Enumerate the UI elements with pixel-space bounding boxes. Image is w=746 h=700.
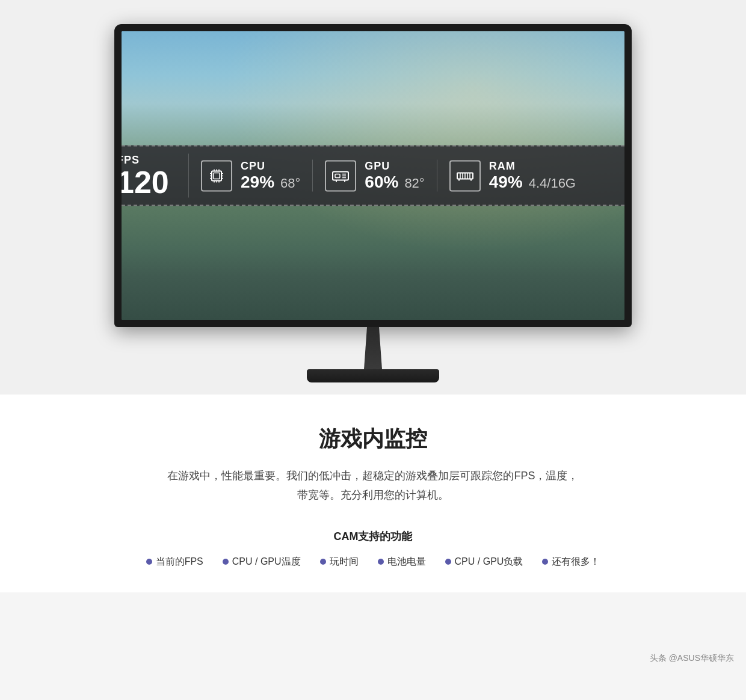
cpu-stat-info: CPU 29% 68° [241,160,300,192]
ram-stat-info: RAM 49% 4.4/16G [489,160,576,192]
feature-label-playtime: 玩时间 [330,556,359,568]
feature-dot [378,559,384,565]
feature-label-battery: 电池电量 [387,556,426,568]
ram-name: RAM [489,160,576,173]
monitor-section: FPS 120 [0,0,746,395]
feature-dot [542,559,548,565]
gpu-stat-info: GPU 60% 82° [365,160,424,192]
cpu-name: CPU [241,160,300,173]
feature-item-playtime: 玩时间 [310,556,368,568]
gpu-values: 60% 82° [365,173,424,192]
feature-item-more: 还有很多！ [532,556,609,568]
text-section: 游戏内监控 在游戏中，性能最重要。我们的低冲击，超稳定的游戏叠加层可跟踪您的FP… [0,395,746,592]
feature-label-cpu-gpu-load: CPU / GPU负载 [455,556,523,568]
ram-percent: 49% [489,173,523,192]
monitor-wrapper: FPS 120 [114,24,632,382]
monitor-screen: FPS 120 [122,31,624,320]
feature-label-more: 还有很多！ [552,556,600,568]
gpu-icon [325,160,356,191]
main-title: 游戏内监控 [48,425,698,454]
gpu-stat-section: GPU 60% 82° [313,160,437,192]
gpu-name: GPU [365,160,424,173]
ram-icon [449,160,481,191]
watermark-text: 头条 @ASUS华硕华东 [650,653,734,663]
fps-section: FPS 120 [122,154,189,198]
feature-item-battery: 电池电量 [368,556,436,568]
feature-item-cpu-gpu-temp: CPU / GPU温度 [213,556,310,568]
cpu-percent: 29% [241,173,274,192]
ram-stat-section: RAM 49% 4.4/16G [437,160,588,192]
feature-dot [320,559,326,565]
feature-dot [146,559,152,565]
feature-item-cpu-gpu-load: CPU / GPU负载 [436,556,533,568]
monitor-frame: FPS 120 [114,24,632,327]
monitor-stand-base [307,369,439,382]
features-list: 当前的FPS CPU / GPU温度 玩时间 电池电量 CPU / GPU负载 … [48,556,698,568]
ram-capacity: 4.4/16G [529,176,576,191]
feature-label-cpu-gpu-temp: CPU / GPU温度 [232,556,301,568]
gpu-temp: 82° [404,176,424,191]
overlay-bar: FPS 120 [122,146,624,206]
features-title: CAM支持的功能 [48,529,698,544]
feature-item-fps: 当前的FPS [137,556,213,568]
cpu-icon [201,160,232,191]
cpu-temp: 68° [280,176,300,191]
gpu-percent: 60% [365,173,398,192]
description-line2: 带宽等。充分利用您的计算机。 [297,489,449,501]
description-line1: 在游戏中，性能最重要。我们的低冲击，超稳定的游戏叠加层可跟踪您的FPS，温度， [167,470,578,482]
description: 在游戏中，性能最重要。我们的低冲击，超稳定的游戏叠加层可跟踪您的FPS，温度， … [48,466,698,505]
feature-dot [223,559,229,565]
watermark: 头条 @ASUS华硕华东 [650,653,734,664]
cpu-stat-section: CPU 29% 68° [189,160,313,192]
feature-dot [445,559,451,565]
feature-label-fps: 当前的FPS [156,556,203,568]
monitor-stand-neck [358,327,388,369]
cpu-values: 29% 68° [241,173,300,192]
ram-values: 49% 4.4/16G [489,173,576,192]
svg-rect-1 [214,173,220,179]
fps-value: 120 [122,167,169,198]
svg-rect-15 [335,174,340,177]
